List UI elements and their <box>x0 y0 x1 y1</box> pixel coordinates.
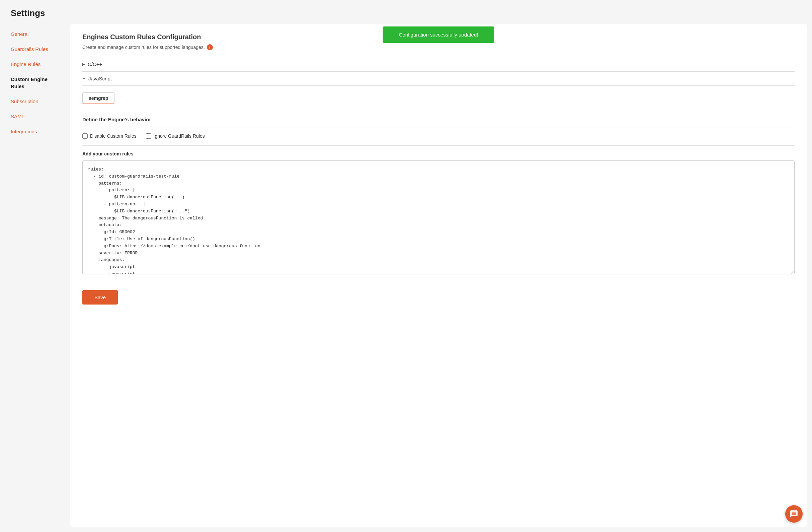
checkbox-input-ignore-guardrails[interactable] <box>146 133 151 139</box>
checkbox-input-disable-custom[interactable] <box>82 133 88 139</box>
sidebar-item-integrations[interactable]: Integrations <box>0 124 70 139</box>
lang-section-cpp: ▶C/C++ <box>82 57 795 71</box>
checkbox-label-ignore-guardrails: Ignore GuardRails Rules <box>154 133 205 139</box>
chat-bubble[interactable] <box>785 505 803 523</box>
sidebar-item-custom-engine-rules[interactable]: Custom Engine Rules <box>0 72 70 94</box>
success-toast: Configuration successfully updated! <box>383 27 494 43</box>
lang-label-javascript: JavaScript <box>88 76 112 81</box>
divider-behavior <box>82 111 795 111</box>
sidebar-item-general[interactable]: General <box>0 27 70 42</box>
sidebar-item-saml[interactable]: SAML <box>0 109 70 124</box>
sidebar-item-subscription[interactable]: Subscription <box>0 94 70 109</box>
divider-rules <box>82 145 795 146</box>
chevron-down-icon: ▼ <box>82 77 86 80</box>
editor-wrapper <box>82 160 795 275</box>
lang-header-cpp[interactable]: ▶C/C++ <box>82 57 795 71</box>
section-subtitle: Create and manage custom rules for suppo… <box>82 44 795 50</box>
tab-semgrep[interactable]: semgrep <box>82 93 115 104</box>
page-wrapper: Settings GeneralGuardrails RulesEngine R… <box>0 0 812 532</box>
sidebar-item-guardrails-rules[interactable]: Guardrails Rules <box>0 42 70 57</box>
checkbox-disable-custom[interactable]: Disable Custom Rules <box>82 133 136 139</box>
lang-body-javascript: semgrepDefine the Engine's behaviorDisab… <box>82 86 795 283</box>
page-title: Settings <box>0 0 812 24</box>
chevron-right-icon: ▶ <box>82 62 85 66</box>
layout: GeneralGuardrails RulesEngine RulesCusto… <box>0 24 812 532</box>
checkbox-label-disable-custom: Disable Custom Rules <box>90 133 136 139</box>
code-editor[interactable] <box>82 160 795 275</box>
checkbox-row: Disable Custom RulesIgnore GuardRails Ru… <box>82 133 795 139</box>
tab-bar-javascript: semgrep <box>82 93 795 104</box>
behavior-title: Define the Engine's behavior <box>82 116 795 122</box>
main-content: Configuration successfully updated! Engi… <box>70 24 807 527</box>
lang-header-javascript[interactable]: ▼JavaScript <box>82 72 795 86</box>
save-button[interactable]: Save <box>82 290 118 305</box>
sidebar: GeneralGuardrails RulesEngine RulesCusto… <box>0 24 70 532</box>
subtitle-text: Create and manage custom rules for suppo… <box>82 44 205 50</box>
language-sections: ▶C/C++▼JavaScriptsemgrepDefine the Engin… <box>82 57 795 283</box>
checkbox-ignore-guardrails[interactable]: Ignore GuardRails Rules <box>146 133 205 139</box>
lang-label-cpp: C/C++ <box>88 61 102 67</box>
chat-icon <box>789 509 798 518</box>
info-icon[interactable]: i <box>207 44 213 50</box>
divider-checkboxes <box>82 128 795 128</box>
sidebar-item-engine-rules[interactable]: Engine Rules <box>0 57 70 72</box>
lang-section-javascript: ▼JavaScriptsemgrepDefine the Engine's be… <box>82 71 795 283</box>
custom-rules-label: Add your custom rules <box>82 151 795 156</box>
